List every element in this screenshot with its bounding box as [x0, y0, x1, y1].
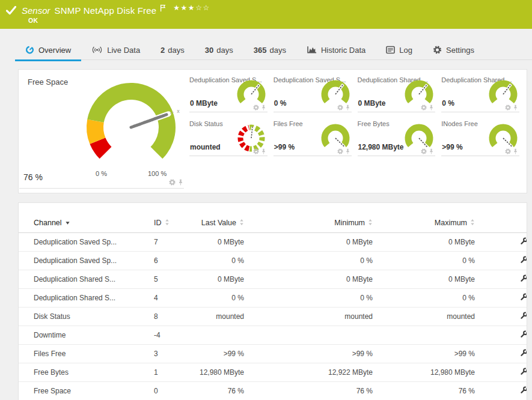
column-header-minimum[interactable]: Minimum [256, 219, 385, 233]
tab-bar: Overview Live Data 2days 30days 365days … [0, 29, 532, 66]
column-header-maximum[interactable]: Maximum [385, 219, 487, 233]
cell-id: 3 [154, 345, 196, 363]
cell-channel: Deduplication Saved Sp... [19, 252, 154, 270]
cell-minimum: >99 % [256, 345, 385, 363]
channel-tile-value: >99 % [442, 143, 462, 151]
column-header-id[interactable]: ID [154, 219, 196, 233]
tab-live-data[interactable]: Live Data [81, 40, 150, 59]
channel-settings-button[interactable] [520, 237, 527, 245]
wrench-icon [520, 349, 527, 357]
pin-icon[interactable] [429, 105, 434, 111]
column-header-last-value[interactable]: Last Value [196, 219, 256, 233]
tab-settings[interactable]: Settings [423, 40, 485, 59]
wrench-icon [520, 293, 527, 301]
cell-maximum: 0 MByte [385, 270, 487, 289]
channel-tile-value: mounted [190, 143, 221, 151]
cell-channel: Downtime [19, 326, 154, 345]
channel-settings-button[interactable] [520, 256, 527, 264]
channel-tile: Deduplication Saved S... 0 % [274, 75, 352, 112]
gear-icon[interactable] [253, 105, 259, 111]
wrench-icon [520, 312, 527, 320]
tile-divider [19, 188, 184, 189]
cell-maximum: 0 % [385, 252, 487, 270]
broadcast-icon [91, 46, 103, 54]
cell-minimum: 76 % [256, 382, 385, 400]
cell-maximum: 12,980 MByte [385, 363, 487, 382]
cell-id: 1 [154, 363, 196, 382]
cell-id: 7 [154, 233, 196, 252]
cell-channel: Deduplication Shared S... [19, 270, 154, 289]
wrench-icon [520, 330, 527, 338]
channel-tile-value: 12,980 MByte [358, 143, 404, 151]
sort-desc-icon [65, 220, 70, 225]
cell-last-value: 12,980 MByte [196, 363, 256, 382]
sort-icon [239, 219, 244, 226]
channel-tile: Deduplication Shared ... 0 % [441, 75, 519, 112]
pin-icon[interactable] [345, 148, 350, 154]
channel-tiles-grid: Deduplication Saved S... 0 MByte Dedupli… [189, 75, 519, 156]
column-header-channel[interactable]: Channel [19, 219, 154, 233]
gear-icon[interactable] [253, 148, 259, 154]
channel-settings-button[interactable] [520, 349, 527, 357]
channels-table-panel: Channel ID Last Value Minimum Maximum [18, 202, 527, 400]
channel-tile-value: 0 MByte [190, 99, 218, 108]
gauge-scale-max: 100 % [148, 170, 167, 177]
pin-icon[interactable] [178, 179, 183, 186]
channel-settings-button[interactable] [520, 293, 527, 301]
cell-minimum: 12,922 MByte [256, 363, 385, 382]
svg-text:x: x [177, 108, 180, 114]
gear-icon[interactable] [505, 105, 511, 111]
pin-icon[interactable] [429, 148, 434, 154]
pin-icon[interactable] [261, 148, 266, 154]
table-row: Free Bytes 1 12,980 MByte 12,922 MByte 1… [19, 363, 527, 382]
channel-tile-value: 0 MByte [358, 99, 386, 108]
priority-stars[interactable]: ★★★☆☆ [173, 4, 210, 12]
channel-settings-button[interactable] [520, 330, 527, 338]
gear-icon[interactable] [337, 105, 343, 111]
sort-icon [470, 219, 475, 226]
pin-icon[interactable] [345, 105, 350, 111]
table-row: Free Space 0 76 % 76 % 76 % [19, 382, 527, 400]
pin-icon[interactable] [513, 148, 518, 154]
table-row: Downtime -4 [19, 326, 527, 345]
cell-channel: Deduplication Shared S... [19, 289, 154, 308]
cell-last-value: >99 % [196, 345, 256, 363]
pin-icon[interactable] [513, 105, 518, 111]
tab-log[interactable]: Log [376, 40, 423, 59]
cell-minimum: 0 MByte [256, 233, 385, 252]
tab-365-days[interactable]: 365days [243, 40, 296, 59]
tab-overview[interactable]: Overview [15, 40, 81, 59]
tab-30-days[interactable]: 30days [195, 40, 243, 59]
overview-panel: Free Space x 76 % 0 % 100 % Deduplicatio… [18, 69, 527, 193]
channel-tile: Free Bytes 12,980 MByte [358, 119, 436, 156]
table-row: Files Free 3 >99 % >99 % >99 % [19, 345, 527, 363]
cell-channel: Files Free [19, 345, 154, 363]
cell-id: 8 [154, 308, 196, 326]
channel-tile-value: 0 % [274, 99, 287, 108]
channel-tile-value: >99 % [274, 143, 295, 151]
channel-settings-button[interactable] [520, 274, 527, 282]
sort-icon [165, 219, 170, 226]
channel-settings-button[interactable] [520, 368, 527, 375]
pin-icon[interactable] [261, 105, 266, 111]
wrench-icon [520, 386, 527, 394]
cell-id: 5 [154, 270, 196, 289]
cell-minimum: 0 % [256, 252, 385, 270]
channel-settings-button[interactable] [520, 386, 527, 394]
page-title: SNMP NetApp Disk Free [55, 5, 157, 16]
log-icon [386, 46, 395, 54]
gear-icon[interactable] [169, 179, 176, 186]
channel-tile-value: 0 % [442, 99, 454, 108]
gear-icon[interactable] [337, 148, 343, 154]
channel-settings-button[interactable] [520, 312, 527, 320]
cell-maximum: 0 MByte [385, 233, 487, 252]
tab-2-days[interactable]: 2days [150, 40, 195, 59]
flag-icon[interactable] [160, 4, 166, 12]
wrench-icon [520, 237, 527, 245]
gear-icon[interactable] [505, 148, 511, 154]
gear-icon[interactable] [421, 105, 427, 111]
tab-historic-data[interactable]: Historic Data [296, 40, 376, 59]
cell-id: 6 [154, 252, 196, 270]
main-gauge-value: 76 % [23, 172, 43, 182]
gear-icon[interactable] [421, 148, 427, 154]
